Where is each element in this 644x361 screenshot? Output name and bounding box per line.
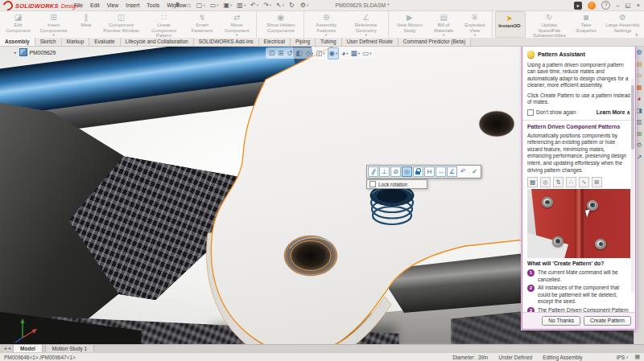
restore-button[interactable]: ◱ bbox=[625, 1, 631, 10]
task-pane-icon[interactable]: ⊞ bbox=[637, 131, 642, 137]
heads-up-button[interactable]: ◕ ▾ bbox=[341, 48, 348, 59]
quick-access-button[interactable]: ↷ ▾ bbox=[263, 1, 271, 10]
task-pane-icon[interactable]: ▥ bbox=[636, 119, 642, 125]
pattern-type-icon[interactable]: ▦ bbox=[527, 177, 538, 187]
mate-toolbar-button[interactable]: ∠ bbox=[447, 166, 457, 177]
task-pane-icon[interactable]: ↗ bbox=[637, 154, 642, 161]
status-grid-icon[interactable]: ▦ bbox=[634, 354, 640, 360]
dont-show-again-option[interactable]: Don't show again bbox=[527, 109, 576, 117]
ribbon-button[interactable]: ◙ Take Snapshot bbox=[571, 11, 601, 38]
scrollbar-thumb[interactable] bbox=[631, 85, 634, 150]
menu-item[interactable]: View bbox=[107, 2, 119, 8]
ribbon-collapse-icon[interactable]: ∧ bbox=[635, 31, 638, 37]
user-avatar[interactable] bbox=[588, 2, 596, 10]
ribbon-button[interactable]: ↻ Update SpeedPak Subassemblies bbox=[528, 11, 571, 38]
menu-item[interactable]: File bbox=[74, 2, 83, 8]
close-button[interactable]: × bbox=[637, 1, 640, 10]
ribbon-button[interactable]: ▤ Bill of Materials ▾ bbox=[428, 11, 460, 38]
command-tab[interactable]: Piping bbox=[291, 38, 316, 46]
task-pane-icon[interactable]: ▤ bbox=[636, 61, 642, 68]
mate-toolbar-button[interactable]: ↶ bbox=[458, 166, 469, 177]
units-selector[interactable]: IPS ▾ bbox=[617, 355, 629, 360]
command-tab[interactable]: Command Predictor (Beta) bbox=[398, 38, 471, 46]
pattern-type-icon[interactable]: ∴ bbox=[566, 177, 576, 187]
task-pane-icon[interactable]: ▭ bbox=[636, 72, 642, 79]
quick-access-button[interactable]: ▭ ▾ bbox=[210, 1, 219, 10]
pattern-type-icon[interactable]: ◎ bbox=[540, 177, 551, 187]
tab-scroll-left-icon[interactable]: ◂ bbox=[8, 345, 10, 352]
feature-tree-root[interactable]: ▸ PM009629 bbox=[14, 48, 56, 56]
ribbon-button[interactable]: ⊞ Insert Components ▾ bbox=[35, 11, 72, 38]
quick-access-button[interactable]: ⌂ bbox=[187, 1, 192, 10]
menu-item[interactable]: Tools bbox=[147, 2, 159, 8]
menu-item[interactable]: Edit bbox=[90, 2, 100, 8]
mate-toolbar-button[interactable]: H bbox=[424, 166, 435, 177]
mate-toolbar-button[interactable]: ↔ bbox=[436, 166, 446, 177]
command-tab[interactable]: Markup bbox=[62, 38, 90, 46]
ribbon-button[interactable]: ⇄ Move Component ▾ bbox=[219, 11, 257, 38]
pattern-type-icon[interactable]: ⊞ bbox=[592, 177, 602, 187]
mate-toolbar-button[interactable]: ⊥ bbox=[379, 166, 390, 177]
ribbon-button[interactable]: ▶ New Motion Study bbox=[391, 11, 428, 38]
ribbon-button[interactable]: ∥ Mate bbox=[72, 11, 100, 38]
ribbon-button[interactable]: ◉ Show Hidden Components bbox=[259, 11, 304, 38]
quick-access-button[interactable]: ▥ ▾ bbox=[237, 1, 246, 10]
task-pane-icon[interactable]: ⚙ bbox=[636, 142, 642, 149]
task-pane-icon[interactable]: ▦ bbox=[636, 84, 642, 91]
command-tab[interactable]: Lifecycle and Collaboration bbox=[121, 38, 194, 46]
bushing-component[interactable] bbox=[284, 236, 337, 276]
quick-access-button[interactable]: ▢ ▾ bbox=[196, 1, 205, 10]
panel-scrollbar[interactable] bbox=[631, 79, 634, 293]
command-tab[interactable]: SOLIDWORKS Add-Ins bbox=[194, 38, 259, 46]
ribbon-button[interactable]: ⊕ Assembly Features ▾ bbox=[307, 11, 345, 38]
lock-rotation-checkbox[interactable] bbox=[369, 181, 376, 187]
command-tab[interactable]: User Defined Route bbox=[342, 38, 398, 46]
heads-up-button[interactable]: ⊞ bbox=[278, 48, 284, 59]
command-tab[interactable]: Tubing bbox=[316, 38, 342, 46]
heads-up-button[interactable]: ↺ bbox=[287, 48, 293, 59]
create-pattern-button[interactable]: Create Pattern bbox=[584, 316, 631, 326]
ribbon-button[interactable]: ◫ Component Preview Window bbox=[100, 11, 142, 38]
heads-up-button[interactable]: ▦ ▾ bbox=[351, 48, 360, 59]
learn-more-toggle[interactable]: Learn More ∧ bbox=[597, 109, 630, 117]
mate-toolbar-button[interactable]: ⊘ bbox=[390, 166, 401, 177]
ribbon-button[interactable]: ◪ Edit Component bbox=[2, 11, 35, 38]
command-tab[interactable]: Assembly bbox=[0, 38, 35, 46]
ribbon-button[interactable]: ∠ Reference Geometry ▾ bbox=[345, 11, 389, 38]
task-pane-icon[interactable]: ◕ bbox=[638, 96, 642, 102]
command-tab[interactable]: Evaluate bbox=[89, 38, 120, 46]
heads-up-button[interactable]: ◇ ▾ bbox=[305, 48, 313, 59]
tab-scroll-left-icon[interactable]: ◂ bbox=[4, 345, 6, 352]
heads-up-button[interactable]: ◉ ▾ bbox=[328, 47, 340, 59]
pattern-type-icon[interactable]: ∿ bbox=[579, 177, 589, 187]
mate-toolbar-button[interactable] bbox=[413, 166, 423, 177]
heads-up-button[interactable]: ◫ ▾ bbox=[316, 48, 324, 59]
pattern-type-icon[interactable]: ⇅ bbox=[553, 177, 564, 187]
heads-up-button[interactable]: ⊡ bbox=[269, 48, 275, 59]
task-pane-icon[interactable]: ◍ bbox=[637, 49, 642, 55]
heads-up-button[interactable]: ▭ ▾ bbox=[362, 48, 371, 59]
quick-access-button[interactable]: ↶ ▾ bbox=[250, 1, 258, 10]
task-pane-icon[interactable]: ◨ bbox=[636, 108, 642, 114]
heads-up-button[interactable]: ◧ bbox=[295, 48, 303, 59]
minimize-button[interactable]: – bbox=[616, 1, 619, 10]
app-launcher-icon[interactable]: ▸ bbox=[574, 2, 582, 10]
ribbon-button[interactable]: ↯ Smart Fasteners bbox=[185, 11, 219, 38]
no-thanks-button[interactable]: No Thanks bbox=[542, 316, 580, 326]
mate-toolbar-button[interactable]: ✓ bbox=[469, 166, 480, 177]
command-tab[interactable]: Electrical bbox=[259, 38, 291, 46]
help-icon[interactable]: ? bbox=[601, 1, 610, 10]
ribbon-button[interactable]: ∷ Linear Component Pattern ▾ bbox=[142, 11, 185, 38]
model-tab[interactable]: Model bbox=[13, 344, 43, 352]
tree-expand-icon[interactable]: ▸ bbox=[14, 50, 17, 55]
quick-access-button[interactable]: ▣ ▾ bbox=[224, 1, 233, 10]
model-tab[interactable]: Motion Study 1 bbox=[45, 344, 94, 352]
mate-toolbar-button[interactable]: ∥ bbox=[368, 166, 378, 177]
ribbon-button[interactable]: ※ Exploded View ▾ bbox=[460, 11, 493, 38]
plate-hole[interactable] bbox=[479, 111, 514, 137]
mate-toolbar-button[interactable]: ◎ bbox=[402, 166, 412, 177]
command-tab[interactable]: Sketch bbox=[35, 38, 62, 46]
dont-show-again-checkbox[interactable] bbox=[527, 109, 534, 116]
ribbon-button[interactable]: ➤ Instant3D bbox=[495, 11, 526, 38]
menu-item[interactable]: Insert bbox=[126, 2, 139, 8]
